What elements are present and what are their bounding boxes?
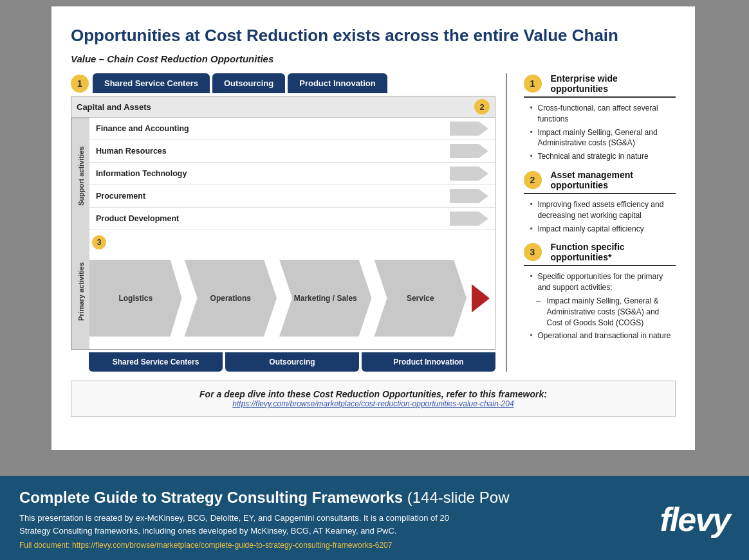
footer-link[interactable]: Full document: https://flevy.com/browse/… — [19, 541, 660, 550]
red-arrow-icon — [472, 284, 490, 312]
primary-section: 3 Logistics Operations — [89, 230, 495, 349]
right-title-1: Enterprise wide opportunities — [551, 73, 676, 94]
footer: Complete Guide to Strategy Consulting Fr… — [0, 476, 749, 560]
left-diagram: 1 Shared Service Centers Outsourcing Pro… — [71, 73, 495, 372]
right-badge-3: 3 — [524, 243, 542, 261]
right-title-2: Asset management opportunities — [551, 170, 676, 190]
right-bullets-3: Specific opportunities for the primary a… — [524, 270, 676, 294]
chevron-label-marketing: Marketing / Sales — [294, 294, 357, 303]
chevron-logistics: Logistics — [89, 260, 182, 337]
top-row: 1 Shared Service Centers Outsourcing Pro… — [71, 73, 495, 93]
support-row-it: Information Technology — [89, 163, 495, 185]
bullet-3-1: Specific opportunities for the primary a… — [529, 270, 676, 294]
divider-line — [506, 73, 507, 372]
bottom-info-main: For a deep dive into these Cost Reductio… — [84, 389, 662, 399]
badge-2: 2 — [474, 99, 490, 114]
right-header-1: 1 Enterprise wide opportunities — [524, 73, 676, 98]
right-item-2: 2 Asset management opportunities Improvi… — [524, 170, 676, 235]
right-bullets-2: Improving fixed assets efficiency and de… — [524, 198, 676, 235]
bullet-2-1: Improving fixed assets efficiency and de… — [529, 198, 676, 222]
right-badge-2: 2 — [524, 171, 542, 189]
svg-marker-2 — [450, 167, 488, 181]
bottom-info-link[interactable]: https://flevy.com/browse/marketplace/cos… — [84, 399, 662, 408]
chevron-label-operations: Operations — [210, 294, 251, 303]
main-container: Opportunities at Cost Reduction exists a… — [51, 6, 695, 450]
svg-marker-4 — [450, 212, 488, 226]
btn-bottom-1[interactable]: Shared Service Centers — [89, 352, 223, 372]
svg-marker-3 — [450, 189, 488, 203]
footer-title-suffix: (144-slide Pow — [403, 489, 509, 506]
right-panel: 1 Enterprise wide opportunities Cross-fu… — [517, 73, 676, 372]
right-header-2: 2 Asset management opportunities — [524, 170, 676, 194]
chevron-marketing: Marketing / Sales — [279, 260, 372, 337]
support-label: Support activities — [71, 118, 89, 233]
right-item-3: 3 Function specific opportunities* Speci… — [524, 242, 676, 343]
support-proc-label: Procurement — [96, 192, 145, 201]
btn-bottom-3[interactable]: Product Innovation — [362, 352, 495, 372]
support-it-label: Information Technology — [96, 169, 187, 178]
right-item-1: 1 Enterprise wide opportunities Cross-fu… — [524, 73, 676, 163]
right-content: Finance and Accounting Human Resources I… — [89, 118, 495, 349]
right-header-3: 3 Function specific opportunities* — [524, 242, 676, 266]
btn-bottom-2[interactable]: Outsourcing — [225, 352, 359, 372]
support-pd-label: Product Development — [96, 214, 179, 223]
right-title-3: Function specific opportunities* — [551, 242, 676, 262]
footer-desc: This presentation is created by ex-McKin… — [19, 512, 470, 537]
footer-title: Complete Guide to Strategy Consulting Fr… — [19, 489, 660, 507]
chevron-label-service: Service — [407, 294, 434, 303]
right-bullets-1: Cross-functional, can affect several fun… — [524, 102, 676, 163]
red-arrow-container — [469, 284, 490, 312]
vertical-labels: Support activities Primary activities — [71, 118, 89, 349]
chevron-label-logistics: Logistics — [118, 294, 153, 303]
bullet-1-2: Impact mainly Selling, General and Admin… — [529, 126, 676, 150]
page-subtitle: Value – Chain Cost Reduction Opportuniti… — [71, 53, 676, 64]
chevron-operations: Operations — [185, 260, 277, 337]
bullet-1-3: Technical and strategic in nature — [529, 150, 676, 163]
capital-assets-label: Capital and Assets — [77, 102, 151, 112]
badge-3-row: 3 — [89, 235, 490, 249]
btn-shared-service[interactable]: Shared Service Centers — [93, 73, 210, 93]
footer-logo: flevy — [660, 500, 730, 539]
support-row-pd: Product Development — [89, 208, 495, 230]
sub-bullet-3-1: Impact mainly Selling, General & Adminis… — [537, 294, 676, 329]
footer-left: Complete Guide to Strategy Consulting Fr… — [19, 489, 660, 550]
bullet-1-1: Cross-functional, can affect several fun… — [529, 102, 676, 126]
primary-arrows-container: Logistics Operations Marketing / Sales — [89, 252, 490, 344]
svg-marker-1 — [450, 144, 488, 158]
badge-3-icon: 3 — [92, 235, 106, 249]
badge-1: 1 — [71, 75, 89, 93]
right-extra-bullets-3: Operational and transactional in nature — [524, 329, 676, 343]
bullet-3-2: Operational and transactional in nature — [529, 329, 676, 343]
diagram-box: Capital and Assets 2 Support activities … — [71, 96, 495, 350]
bullet-2-2: Impact mainly capital efficiency — [529, 222, 676, 236]
bottom-info: For a deep dive into these Cost Reductio… — [71, 381, 676, 417]
support-row-proc: Procurement — [89, 185, 495, 208]
chevron-service: Service — [374, 260, 467, 337]
capital-assets-row: Capital and Assets 2 — [71, 96, 495, 118]
right-sub-bullets-3: Impact mainly Selling, General & Adminis… — [524, 294, 676, 329]
btn-group: Shared Service Centers Outsourcing Produ… — [93, 73, 387, 93]
support-row-finance: Finance and Accounting — [89, 118, 495, 140]
btn-product-innovation[interactable]: Product Innovation — [288, 73, 387, 93]
primary-label: Primary activities — [71, 233, 89, 349]
support-finance-label: Finance and Accounting — [96, 124, 189, 133]
support-row-hr: Human Resources — [89, 140, 495, 163]
btn-outsourcing[interactable]: Outsourcing — [212, 73, 285, 93]
bottom-buttons: Shared Service Centers Outsourcing Produ… — [71, 352, 495, 372]
page-title: Opportunities at Cost Reduction exists a… — [71, 26, 676, 46]
right-badge-1: 1 — [524, 75, 542, 93]
content-area: 1 Shared Service Centers Outsourcing Pro… — [71, 73, 676, 372]
support-hr-label: Human Resources — [96, 147, 167, 156]
support-activities: Finance and Accounting Human Resources I… — [89, 118, 495, 230]
activities-area: Support activities Primary activities Fi… — [71, 118, 495, 349]
footer-title-bold: Complete Guide to Strategy Consulting Fr… — [19, 489, 403, 506]
svg-marker-0 — [450, 122, 488, 136]
